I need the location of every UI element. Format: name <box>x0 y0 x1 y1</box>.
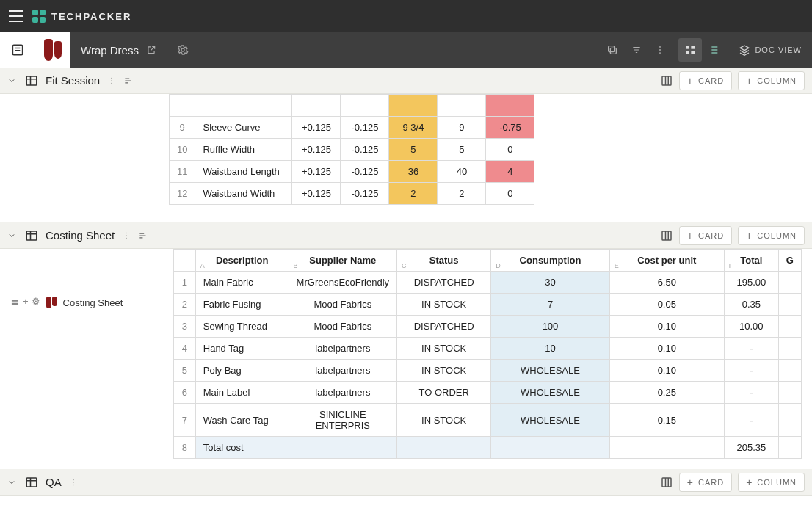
section-more-icon[interactable] <box>69 478 78 487</box>
view-list-icon[interactable] <box>702 38 725 62</box>
svg-rect-15 <box>662 76 671 85</box>
svg-point-13 <box>111 80 112 81</box>
svg-point-23 <box>73 482 74 483</box>
svg-rect-25 <box>662 478 671 487</box>
gear-icon[interactable]: ⚙ <box>32 296 40 309</box>
svg-rect-2 <box>611 48 617 54</box>
table-row[interactable]: 12Waistband Width+0.125-0.125220 <box>170 183 534 205</box>
svg-point-5 <box>659 49 661 51</box>
collapse-icon[interactable] <box>7 478 18 487</box>
table-row[interactable]: 5Poly BaglabelpartnersIN STOCKWHOLESALE0… <box>174 360 802 382</box>
drag-icon[interactable]: 〓 <box>10 296 20 309</box>
section-header-costing: Costing Sheet +CARD +COLUMN <box>0 222 812 249</box>
brand-text: TECHPACKER <box>51 11 131 22</box>
add-card-button[interactable]: +CARD <box>679 473 732 492</box>
section-name-qa: QA <box>46 476 62 488</box>
table-row[interactable]: 11Waistband Length+0.125-0.12536404 <box>170 161 534 183</box>
filter-icon[interactable] <box>631 45 642 55</box>
section-name-fit: Fit Session <box>46 74 100 87</box>
table-row[interactable]: 7Wash Care TagSINICLINE ENTERPRISIN STOC… <box>174 404 802 437</box>
columns-icon[interactable] <box>660 74 673 87</box>
svg-rect-9 <box>686 51 689 54</box>
table-row[interactable]: 9Sleeve Curve+0.125-0.1259 3/49-0.75 <box>170 117 534 139</box>
project-title[interactable]: Wrap Dress <box>70 44 167 57</box>
table-total-row[interactable]: 8Total cost205.35 <box>174 437 802 459</box>
table-row[interactable]: 3Sewing ThreadMood FabricsDISPATCHED1000… <box>174 316 802 338</box>
svg-point-17 <box>126 232 127 233</box>
svg-point-1 <box>181 48 184 51</box>
settings-icon[interactable] <box>177 44 189 56</box>
section-more-icon[interactable] <box>122 231 131 240</box>
svg-point-12 <box>111 77 112 79</box>
brand-mark-icon <box>32 10 46 23</box>
project-home-icon[interactable] <box>0 32 35 68</box>
brand-logo[interactable]: TECHPACKER <box>32 10 131 23</box>
svg-rect-10 <box>692 51 695 54</box>
section-header-qa: QA +CARD +COLUMN <box>0 469 812 496</box>
costing-table[interactable]: DescriptionA Supplier NameB StatusC Cons… <box>173 249 802 459</box>
collapse-icon[interactable] <box>7 76 18 85</box>
chip-thumbnail <box>46 297 57 308</box>
add-column-button[interactable]: +COLUMN <box>738 226 805 245</box>
table-header-row: DescriptionA Supplier NameB StatusC Cons… <box>174 250 802 272</box>
svg-rect-20 <box>662 231 671 240</box>
table-row[interactable]: 2Fabric FusingMood FabricsIN STOCK70.050… <box>174 294 802 316</box>
svg-rect-8 <box>692 46 695 49</box>
collapse-icon[interactable] <box>7 231 18 240</box>
project-bar: Wrap Dress DOC VIEW <box>0 32 812 68</box>
svg-rect-3 <box>609 46 615 52</box>
view-grid-icon[interactable] <box>678 38 702 62</box>
more-vertical-icon[interactable] <box>655 45 665 55</box>
section-name-costing: Costing Sheet <box>46 229 115 242</box>
svg-point-22 <box>73 479 74 480</box>
svg-point-24 <box>73 484 74 485</box>
svg-rect-21 <box>26 478 37 487</box>
add-column-button[interactable]: +COLUMN <box>738 71 805 90</box>
costing-block: 〓 + ⚙ Costing Sheet DescriptionA Supplie… <box>0 249 812 469</box>
table-icon <box>25 74 38 87</box>
section-more-icon[interactable] <box>107 76 116 85</box>
chip-tools: 〓 + ⚙ <box>10 296 40 309</box>
card-chip-costing[interactable]: 〓 + ⚙ Costing Sheet <box>4 291 166 313</box>
add-card-button[interactable]: +CARD <box>679 226 732 245</box>
table-row[interactable]: 6Main LabellabelpartnersTO ORDERWHOLESAL… <box>174 382 802 404</box>
open-external-icon[interactable] <box>146 45 156 55</box>
sort-icon[interactable] <box>138 231 148 241</box>
svg-point-14 <box>111 82 112 84</box>
table-row[interactable]: 4Hand TaglabelpartnersIN STOCK100.10- <box>174 338 802 360</box>
table-icon <box>25 229 38 242</box>
columns-icon[interactable] <box>660 229 673 242</box>
svg-point-19 <box>126 237 127 239</box>
table-row[interactable] <box>170 95 534 117</box>
doc-view-button[interactable]: DOC VIEW <box>739 44 802 56</box>
table-row[interactable]: 10Ruffle Width+0.125-0.125550 <box>170 139 534 161</box>
columns-icon[interactable] <box>660 476 673 489</box>
svg-rect-7 <box>686 46 689 49</box>
fit-table-block: 9Sleeve Curve+0.125-0.1259 3/49-0.7510Ru… <box>0 94 812 222</box>
table-icon <box>25 476 38 489</box>
section-header-fit: Fit Session +CARD +COLUMN <box>0 68 812 94</box>
svg-point-4 <box>659 46 661 48</box>
project-thumbnail[interactable] <box>35 32 70 68</box>
svg-point-6 <box>659 52 661 54</box>
add-card-button[interactable]: +CARD <box>679 71 732 90</box>
add-icon[interactable]: + <box>23 296 29 309</box>
svg-point-18 <box>126 235 127 236</box>
svg-rect-11 <box>26 76 37 85</box>
view-switch <box>678 38 725 62</box>
menu-icon[interactable] <box>9 10 23 22</box>
add-column-button[interactable]: +COLUMN <box>738 473 805 492</box>
svg-rect-16 <box>26 231 37 240</box>
app-topbar: TECHPACKER <box>0 0 812 32</box>
sort-icon[interactable] <box>123 76 134 86</box>
copy-icon[interactable] <box>606 44 618 56</box>
chip-label: Costing Sheet <box>63 297 123 308</box>
fit-table[interactable]: 9Sleeve Curve+0.125-0.1259 3/49-0.7510Ru… <box>169 94 534 205</box>
table-row[interactable]: 1Main FabricMrGreensEcoFriendlyDISPATCHE… <box>174 272 802 294</box>
